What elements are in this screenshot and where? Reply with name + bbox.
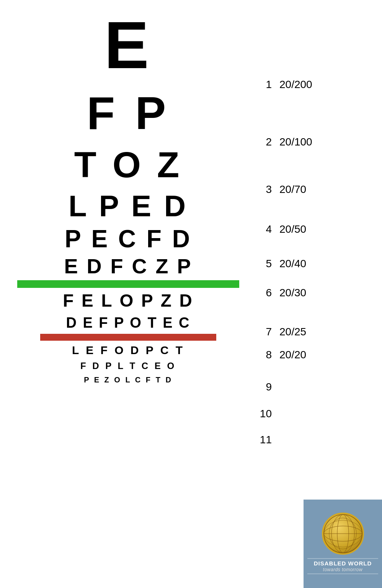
logo-text-top: DISABLED WORLD bbox=[314, 560, 372, 567]
logo-divider bbox=[307, 558, 378, 559]
num-row-2: 2 20/100 bbox=[256, 136, 382, 148]
chart-row-4: L P E D bbox=[11, 191, 245, 221]
chart-row-2: F P bbox=[11, 90, 245, 136]
line-num-4: 4 bbox=[256, 223, 279, 235]
line-num-2: 2 bbox=[256, 136, 279, 148]
chart-row-7: F E L O P Z D bbox=[11, 292, 245, 309]
red-bar bbox=[40, 334, 216, 341]
vision-3: 20/70 bbox=[279, 183, 325, 196]
row3-letters: T O Z bbox=[74, 147, 183, 183]
logo-container: DISABLED WORLD towards tomorrow bbox=[304, 500, 382, 588]
vision-6: 20/30 bbox=[279, 287, 325, 299]
line-num-7: 7 bbox=[256, 326, 279, 338]
num-row-8: 8 20/20 bbox=[256, 349, 382, 361]
num-row-9: 9 bbox=[256, 381, 382, 393]
chart-row-11: P E Z O L C F T D bbox=[11, 376, 245, 384]
num-row-7: 7 20/25 bbox=[256, 326, 382, 338]
vision-5: 20/40 bbox=[279, 258, 325, 270]
vision-4: 20/50 bbox=[279, 223, 325, 235]
svg-point-2 bbox=[337, 514, 349, 553]
vision-2: 20/100 bbox=[279, 136, 325, 148]
svg-point-5 bbox=[324, 520, 362, 547]
svg-point-0 bbox=[324, 514, 362, 553]
num-row-3: 3 20/70 bbox=[256, 183, 382, 196]
line-num-10: 10 bbox=[256, 408, 279, 420]
numbers-side: 1 20/200 2 20/100 3 20/70 4 20/50 5 20/4… bbox=[245, 8, 382, 580]
line-num-11: 11 bbox=[256, 434, 279, 446]
green-bar bbox=[17, 280, 239, 288]
num-row-1: 1 20/200 bbox=[256, 78, 382, 91]
row5-letters: P E C F D bbox=[65, 227, 192, 251]
num-row-10: 10 bbox=[256, 408, 382, 420]
chart-row-6: E D F C Z P bbox=[11, 256, 245, 276]
chart-row-1: E bbox=[11, 11, 245, 78]
num-row-5: 5 20/40 bbox=[256, 258, 382, 270]
line-num-6: 6 bbox=[256, 287, 279, 299]
row1-letters: E bbox=[104, 11, 152, 78]
line-num-3: 3 bbox=[256, 183, 279, 196]
svg-point-1 bbox=[331, 514, 354, 553]
logo-text-bottom: towards tomorrow bbox=[323, 567, 362, 572]
num-row-11: 11 bbox=[256, 434, 382, 446]
logo-divider-bottom bbox=[307, 573, 378, 574]
row2-letters: F P bbox=[87, 90, 170, 136]
line-num-9: 9 bbox=[256, 381, 279, 393]
row9-letters: L E F O D P C T bbox=[72, 345, 184, 356]
num-row-6: 6 20/30 bbox=[256, 287, 382, 299]
svg-point-4 bbox=[324, 526, 362, 541]
row4-letters: L P E D bbox=[69, 191, 188, 221]
vision-8: 20/20 bbox=[279, 349, 325, 361]
chart-row-3: T O Z bbox=[11, 147, 245, 183]
row7-letters: F E L O P Z D bbox=[63, 292, 194, 309]
row10-letters: F D P L T C E O bbox=[80, 361, 176, 371]
chart-row-9: L E F O D P C T bbox=[11, 345, 245, 356]
chart-row-8: D E F P O T E C bbox=[11, 315, 245, 330]
num-row-4: 4 20/50 bbox=[256, 223, 382, 235]
letters-side: E F P T O Z L P E D P E C F D E D F C Z … bbox=[0, 8, 245, 580]
vision-1: 20/200 bbox=[279, 78, 325, 91]
chart-row-5: P E C F D bbox=[11, 227, 245, 251]
chart-row-10: F D P L T C E O bbox=[11, 361, 245, 371]
row6-letters: E D F C Z P bbox=[64, 256, 192, 276]
line-num-8: 8 bbox=[256, 349, 279, 361]
row8-letters: D E F P O T E C bbox=[66, 315, 190, 330]
line-num-5: 5 bbox=[256, 258, 279, 270]
globe-svg bbox=[323, 514, 363, 554]
vision-7: 20/25 bbox=[279, 326, 325, 338]
line-num-1: 1 bbox=[256, 78, 279, 91]
logo-globe-icon bbox=[322, 513, 364, 555]
row11-letters: P E Z O L C F T D bbox=[84, 376, 173, 384]
